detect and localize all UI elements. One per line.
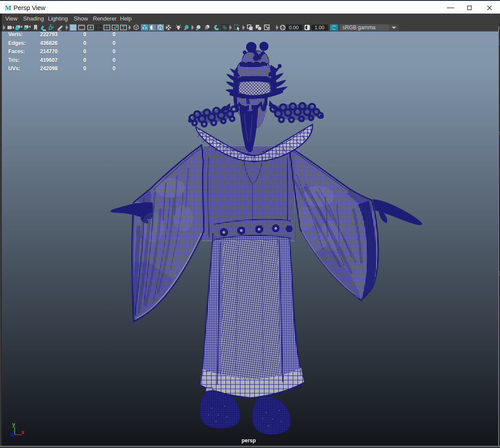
svg-text:0.00: 0.00 <box>289 25 298 30</box>
svg-text:x: x <box>21 429 24 435</box>
svg-text:sRGB gamma: sRGB gamma <box>342 24 376 31</box>
svg-text:y: y <box>12 421 15 427</box>
svg-text:ON: ON <box>332 26 336 29</box>
svg-text:1.00: 1.00 <box>315 25 324 30</box>
svg-text:z: z <box>10 431 13 438</box>
